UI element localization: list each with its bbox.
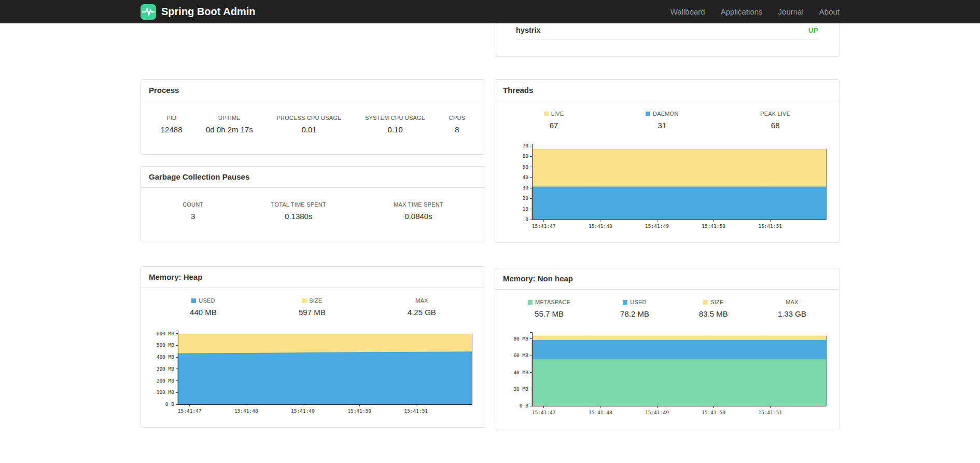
svg-text:40: 40 [523,174,529,180]
process-panel-title: Process [141,80,485,101]
stat-uptime: UPTIME 0d 0h 2m 17s [206,115,253,134]
svg-text:15:41:51: 15:41:51 [404,408,428,414]
svg-text:10: 10 [523,206,529,212]
gc-panel-body: COUNT 3 TOTAL TIME SPENT 0.1380s MAX TIM… [141,188,485,241]
heap-used-swatch-icon [191,298,196,303]
legend-metaspace-label: METASPACE [535,299,570,306]
legend-peak-live: PEAK LIVE 68 [760,111,790,130]
threads-panel-body: LIVE 67 DAEMON 31 PEAK LIVE 68 [495,101,839,242]
gc-stats-row: COUNT 3 TOTAL TIME SPENT 0.1380s MAX TIM… [149,201,477,221]
threads-chart: 01020304050607015:41:4715:41:4815:41:491… [503,140,831,233]
gc-panel-title: Garbage Collection Pauses [141,167,485,188]
memory-nonheap-panel-title: Memory: Non heap [495,268,839,290]
legend-nonheap-max: MAX 1.33 GB [778,299,806,319]
svg-text:500 MB: 500 MB [157,342,175,348]
gc-panel: Garbage Collection Pauses COUNT 3 TOTAL … [141,166,485,241]
nav-wallboard[interactable]: Wallboard [670,7,705,16]
daemon-swatch-icon [646,112,650,116]
nav-applications[interactable]: Applications [721,7,763,16]
left-column: Process PID 12488 UPTIME 0d 0h 2m 17s PR… [141,23,485,428]
svg-text:15:41:48: 15:41:48 [589,410,612,415]
brand-link[interactable]: Spring Boot Admin [141,4,255,20]
status-badge: UP [808,26,818,34]
right-column: hystrix UP Threads LIVE 67 [495,23,839,429]
svg-text:15:41:47: 15:41:47 [178,408,202,414]
legend-daemon: DAEMON 31 [646,111,678,130]
memory-heap-chart: 0 B100 MB200 MB300 MB400 MB500 MB600 MB1… [149,326,477,418]
legend-heap-used: USED 440 MB [190,297,217,317]
main-content: Process PID 12488 UPTIME 0d 0h 2m 17s PR… [133,23,847,463]
legend-metaspace: METASPACE 55.7 MB [528,299,570,319]
nav-about[interactable]: About [819,7,839,16]
process-stats-row: PID 12488 UPTIME 0d 0h 2m 17s PROCESS CP… [149,115,477,134]
svg-text:15:41:50: 15:41:50 [702,223,725,229]
svg-text:20: 20 [523,195,529,201]
process-panel: Process PID 12488 UPTIME 0d 0h 2m 17s PR… [141,79,485,155]
nav-links: Wallboard Applications Journal About [670,7,839,16]
svg-text:15:41:48: 15:41:48 [589,223,612,229]
svg-text:15:41:47: 15:41:47 [532,410,556,415]
legend-heap-size-label: SIZE [309,297,322,304]
nonheap-legend-row: METASPACE 55.7 MB USED 78.2 MB [503,299,831,319]
live-swatch-icon [544,112,549,116]
svg-text:200 MB: 200 MB [157,378,175,384]
nonheap-size-swatch-icon [703,300,708,305]
legend-heap-used-label: USED [199,297,215,304]
legend-nonheap-size: SIZE 83.5 MB [699,299,728,319]
navbar-inner: Spring Boot Admin Wallboard Applications… [133,0,847,23]
nonheap-used-swatch-icon [623,300,627,305]
svg-text:15:41:50: 15:41:50 [702,410,725,415]
svg-text:100 MB: 100 MB [157,389,175,395]
svg-text:0: 0 [525,216,528,222]
process-panel-body: PID 12488 UPTIME 0d 0h 2m 17s PROCESS CP… [141,101,485,154]
svg-text:60: 60 [523,153,529,159]
app-logo-icon [141,4,156,20]
svg-text:15:41:49: 15:41:49 [645,410,669,415]
svg-text:40 MB: 40 MB [513,370,528,375]
svg-text:15:41:47: 15:41:47 [532,223,556,229]
nav-journal[interactable]: Journal [778,7,804,16]
svg-text:15:41:48: 15:41:48 [234,408,258,414]
svg-text:30: 30 [523,185,529,190]
stat-cpus: CPUS 8 [449,115,465,134]
svg-text:80 MB: 80 MB [513,336,528,342]
svg-text:15:41:49: 15:41:49 [291,408,315,414]
legend-heap-max: MAX 4.25 GB [408,297,436,317]
svg-text:15:41:51: 15:41:51 [758,223,782,229]
svg-text:15:41:50: 15:41:50 [347,408,371,414]
legend-heap-size: SIZE 597 MB [299,297,326,317]
health-panel: hystrix UP [495,23,839,57]
legend-nonheap-used-label: USED [630,299,646,306]
metaspace-swatch-icon [528,300,533,305]
legend-live-label: LIVE [551,111,564,117]
stat-gc-max-time: MAX TIME SPENT 0.0840s [394,201,443,221]
stat-system-cpu-usage: SYSTEM CPU USAGE 0.10 [365,115,425,134]
stat-gc-count: COUNT 3 [183,201,203,221]
health-row-hystrix[interactable]: hystrix UP [516,23,818,39]
legend-nonheap-used: USED 78.2 MB [620,299,649,319]
service-name: hystrix [516,26,541,34]
svg-text:20 MB: 20 MB [513,386,528,392]
memory-nonheap-chart: 0 B20 MB40 MB60 MB80 MB15:41:4715:41:481… [503,328,831,419]
legend-nonheap-size-label: SIZE [710,299,723,306]
stat-pid: PID 12488 [161,115,183,134]
memory-heap-panel-body: USED 440 MB SIZE 597 MB MAX 4.25 GB [141,288,485,427]
memory-nonheap-panel: Memory: Non heap METASPACE 55.7 MB USED [495,268,839,429]
svg-text:50: 50 [523,164,529,170]
svg-text:400 MB: 400 MB [157,354,175,360]
memory-heap-panel-title: Memory: Heap [141,267,485,288]
brand-title: Spring Boot Admin [161,6,255,18]
svg-text:70: 70 [523,143,529,148]
stat-process-cpu-usage: PROCESS CPU USAGE 0.01 [276,115,341,134]
svg-text:600 MB: 600 MB [157,331,175,336]
heap-size-swatch-icon [302,298,306,303]
svg-text:60 MB: 60 MB [513,352,528,358]
svg-text:0 B: 0 B [520,403,528,408]
stat-gc-total-time: TOTAL TIME SPENT 0.1380s [271,201,326,221]
threads-legend-row: LIVE 67 DAEMON 31 PEAK LIVE 68 [503,111,831,130]
threads-panel-title: Threads [495,80,839,101]
legend-daemon-label: DAEMON [653,111,678,117]
legend-live: LIVE 67 [544,111,564,130]
svg-text:300 MB: 300 MB [157,366,175,372]
svg-text:15:41:51: 15:41:51 [758,410,782,415]
